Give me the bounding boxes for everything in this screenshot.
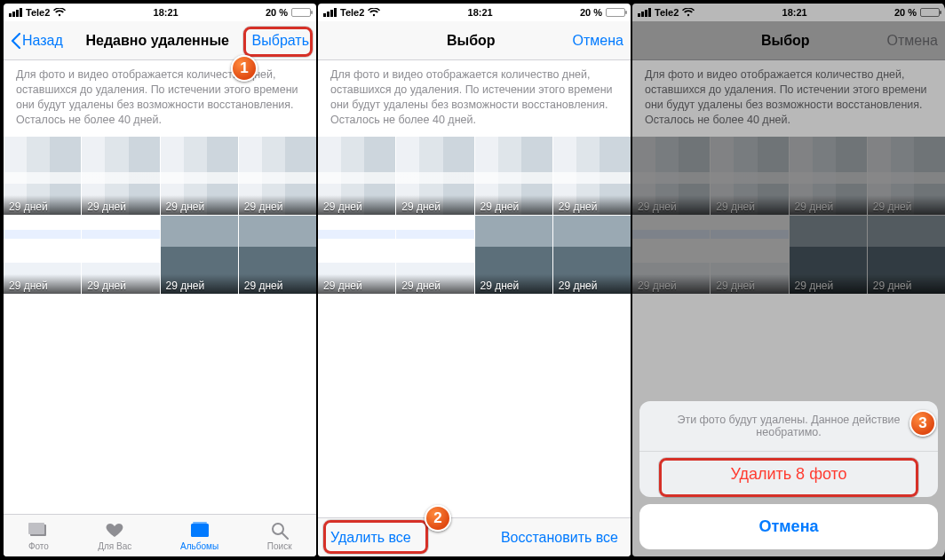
days-remaining: 29 дней (161, 274, 238, 294)
info-text: Для фото и видео отображается количество… (4, 60, 316, 137)
screen-selection: Tele2 18:21 20 % Выбор Отмена Для фото и… (318, 4, 631, 556)
days-remaining: 29 дней (553, 195, 631, 215)
battery-percent: 20 % (894, 7, 917, 18)
signal-icon (638, 8, 651, 17)
photo-thumb: 29 дней (790, 216, 867, 294)
photo-thumb: 29 дней (868, 137, 945, 215)
svg-line-5 (282, 533, 288, 539)
days-remaining: 29 дней (4, 274, 81, 294)
days-remaining: 29 дней (4, 195, 81, 215)
photo-thumb[interactable]: 29 дней (4, 216, 81, 294)
tab-label: Поиск (267, 541, 292, 551)
photo-grid: 29 дней 29 дней 29 дней 29 дней 29 дней … (4, 137, 316, 294)
carrier-label: Tele2 (26, 7, 50, 18)
svg-rect-3 (193, 522, 207, 524)
tab-albums[interactable]: Альбомы (180, 520, 218, 551)
days-remaining: 29 дней (475, 195, 552, 215)
tab-bar: Фото Для Вас Альбомы Поиск (4, 514, 316, 556)
photo-thumb[interactable]: 29 дней (239, 137, 316, 215)
tab-label: Альбомы (180, 541, 218, 551)
photo-thumb[interactable]: 29 дней (318, 216, 395, 294)
recover-all-button[interactable]: Восстановить все (501, 530, 618, 546)
days-remaining: 29 дней (239, 195, 316, 215)
info-text: Для фото и видео отображается количество… (632, 60, 945, 137)
carrier-label: Tele2 (340, 7, 364, 18)
days-remaining: 29 дней (475, 274, 552, 294)
nav-title: Выбор (684, 33, 887, 49)
days-remaining: 29 дней (711, 274, 788, 294)
photo-thumb[interactable]: 29 дней (475, 137, 552, 215)
photo-thumb: 29 дней (711, 216, 788, 294)
days-remaining: 29 дней (396, 274, 473, 294)
clock: 18:21 (782, 7, 807, 18)
photo-thumb[interactable]: 29 дней (82, 216, 159, 294)
tab-for-you[interactable]: Для Вас (98, 520, 131, 551)
clock: 18:21 (154, 7, 179, 18)
svg-rect-1 (28, 523, 44, 534)
days-remaining: 29 дней (711, 195, 788, 215)
days-remaining: 29 дней (868, 195, 945, 215)
wifi-icon (682, 8, 695, 17)
photo-thumb[interactable]: 29 дней (4, 137, 81, 215)
battery-icon (920, 8, 940, 17)
days-remaining: 29 дней (318, 274, 395, 294)
cancel-button: Отмена (887, 33, 938, 49)
status-bar: Tele2 18:21 20 % (632, 4, 945, 21)
photo-thumb: 29 дней (632, 137, 710, 215)
battery-icon (291, 8, 311, 17)
back-label: Назад (22, 33, 63, 49)
tab-label: Фото (28, 541, 49, 551)
nav-title: Недавно удаленные (63, 33, 252, 49)
days-remaining: 29 дней (632, 274, 710, 294)
photo-thumb: 29 дней (868, 216, 945, 294)
action-sheet-cancel-button[interactable]: Отмена (639, 504, 938, 549)
photo-thumb[interactable]: 29 дней (82, 137, 159, 215)
photo-thumb[interactable]: 29 дней (318, 137, 395, 215)
days-remaining: 29 дней (632, 195, 710, 215)
action-sheet-message: Эти фото будут удалены. Данное действие … (639, 401, 938, 452)
days-remaining: 29 дней (868, 274, 945, 294)
selection-toolbar: Удалить все Восстановить все (318, 517, 631, 556)
battery-percent: 20 % (580, 7, 602, 18)
wifi-icon (368, 8, 380, 17)
battery-percent: 20 % (266, 7, 288, 18)
days-remaining: 29 дней (161, 195, 238, 215)
battery-icon (606, 8, 625, 17)
status-bar: Tele2 18:21 20 % (318, 4, 631, 21)
svg-point-4 (273, 524, 283, 534)
screen-action-sheet: Tele2 18:21 20 % Выбор Отмена Для фото и… (632, 4, 945, 556)
days-remaining: 29 дней (82, 195, 159, 215)
days-remaining: 29 дней (553, 274, 631, 294)
wifi-icon (53, 8, 66, 17)
photo-thumb[interactable]: 29 дней (161, 137, 238, 215)
screen-recently-deleted: Tele2 18:21 20 % Назад Недавно удаленные… (4, 4, 316, 556)
photo-thumb: 29 дней (632, 216, 710, 294)
nav-bar: Назад Недавно удаленные Выбрать (4, 21, 316, 60)
delete-photos-button[interactable]: Удалить 8 фото (639, 452, 938, 497)
tab-photos[interactable]: Фото (28, 520, 49, 551)
photo-thumb[interactable]: 29 дней (239, 216, 316, 294)
photo-thumb[interactable]: 29 дней (553, 216, 631, 294)
days-remaining: 29 дней (790, 274, 867, 294)
tab-search[interactable]: Поиск (267, 520, 292, 551)
signal-icon (9, 8, 22, 17)
back-button[interactable]: Назад (11, 33, 63, 49)
info-text: Для фото и видео отображается количество… (318, 60, 631, 137)
photo-thumb[interactable]: 29 дней (396, 137, 473, 215)
photo-grid: 29 дней 29 дней 29 дней 29 дней 29 дней … (318, 137, 631, 294)
days-remaining: 29 дней (790, 195, 867, 215)
nav-title: Выбор (369, 33, 573, 49)
svg-rect-2 (191, 524, 209, 537)
photo-thumb[interactable]: 29 дней (553, 137, 631, 215)
photo-thumb[interactable]: 29 дней (396, 216, 473, 294)
tab-label: Для Вас (98, 541, 131, 551)
clock: 18:21 (468, 7, 493, 18)
select-button[interactable]: Выбрать (252, 33, 309, 49)
nav-bar: Выбор Отмена (632, 21, 945, 60)
photo-thumb[interactable]: 29 дней (475, 216, 552, 294)
cancel-button[interactable]: Отмена (573, 33, 623, 49)
delete-all-button[interactable]: Удалить все (330, 530, 411, 546)
photo-grid: 29 дней 29 дней 29 дней 29 дней 29 дней … (632, 137, 945, 294)
days-remaining: 29 дней (82, 274, 159, 294)
photo-thumb[interactable]: 29 дней (161, 216, 238, 294)
